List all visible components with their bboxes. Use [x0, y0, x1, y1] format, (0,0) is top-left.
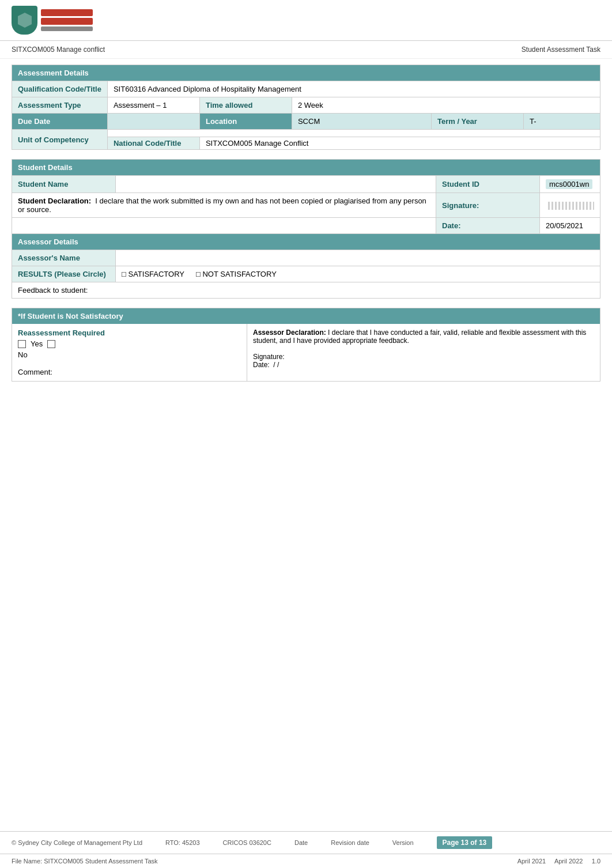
not-sat-header: *If Student is Not Satisfactory — [12, 308, 600, 324]
feedback-label: Feedback to student: — [12, 282, 600, 299]
term-year-value: T- — [524, 114, 600, 130]
time-allowed-label: Time allowed — [199, 97, 292, 114]
footer-cricos: CRICOS 03620C — [223, 839, 271, 846]
qualification-value: SIT60316 Advanced Diploma of Hospitality… — [107, 81, 600, 97]
file-name: File Name: SITXCOM005 Student Assessment… — [12, 858, 158, 865]
logo-shield-icon — [12, 6, 37, 35]
student-table: Student Details Student Name Student ID … — [12, 159, 600, 299]
not-sat-body: Reassessment Required Yes No Comment: As… — [12, 324, 600, 381]
date-value: 20/05/2021 — [540, 218, 600, 234]
footer-version-col: Version — [392, 839, 414, 846]
time-allowed-value: 2 Week — [292, 97, 600, 114]
national-code-value: SITXCOM005 Manage Conflict — [199, 137, 600, 150]
location-value: SCCM — [292, 114, 431, 130]
due-date-value — [107, 114, 199, 130]
nav-bar: SITXCOM005 Manage conflict Student Asses… — [0, 41, 612, 59]
student-id-value: mcs0001wn — [540, 176, 600, 193]
footer-date-col: Date — [294, 839, 308, 846]
logo-bar2 — [41, 18, 93, 25]
signature-value — [540, 193, 600, 218]
header — [0, 0, 612, 41]
assessment-type-value: Assessment – 1 — [107, 97, 199, 114]
svg-marker-0 — [18, 13, 32, 28]
signature-label: Signature: — [436, 193, 540, 218]
student-declaration-text: Student Declaration: I declare that the … — [12, 193, 436, 218]
footer-version-value: 1.0 — [592, 858, 600, 865]
qualification-label: Qualification Code/Title — [12, 81, 108, 97]
reassessment-label: Reassessment Required — [18, 329, 241, 337]
not-satisfactory-section: *If Student is Not Satisfactory Reassess… — [12, 308, 600, 382]
assessor-date-value: / / — [273, 361, 279, 369]
rto-value: 45203 — [182, 839, 200, 846]
footer-rto: RTO: 45203 — [165, 839, 200, 846]
logo-text-block — [41, 9, 93, 31]
cricos-value: 03620C — [249, 839, 271, 846]
results-row: □ SATISFACTORY □ NOT SATISFACTORY — [122, 270, 594, 278]
student-details-section: Student Details Student Name Student ID … — [12, 159, 600, 299]
unit-empty — [107, 130, 600, 137]
footer-copyright: © Sydney City College of Management Pty … — [12, 839, 142, 846]
logo-area — [12, 6, 93, 35]
nav-right: Student Assessment Task — [522, 46, 600, 54]
assessor-section-header: Assessor Details — [12, 234, 600, 250]
results-value: □ SATISFACTORY □ NOT SATISFACTORY — [116, 266, 600, 282]
assessor-declaration-title: Assessor Declaration: — [253, 329, 326, 337]
yes-checkbox[interactable] — [18, 340, 26, 348]
nav-left: SITXCOM005 Manage conflict — [12, 46, 105, 54]
assessment-type-label: Assessment Type — [12, 97, 108, 114]
yes-row: Yes — [18, 339, 241, 348]
student-section-header: Student Details — [12, 160, 600, 176]
footer-date-value: April 2021 — [517, 858, 546, 865]
student-name-value — [116, 176, 436, 193]
main-content: Assessment Details Qualification Code/Ti… — [0, 59, 612, 397]
assessor-name-value — [116, 250, 600, 266]
student-id-label: Student ID — [436, 176, 540, 193]
assessment-section-header: Assessment Details — [12, 65, 600, 81]
not-sat-left: Reassessment Required Yes No Comment: — [12, 324, 247, 381]
yes-label: Yes — [31, 339, 43, 348]
declaration-continuation — [12, 218, 436, 234]
comment-label: Comment: — [18, 368, 241, 376]
cricos-label: CRICOS — [223, 839, 248, 846]
assessor-signature-label: Signature: — [253, 353, 594, 361]
footer-dates: April 2021 April 2022 1.0 — [517, 858, 600, 865]
due-date-label: Due Date — [12, 114, 108, 130]
logo-bar1 — [41, 9, 93, 16]
not-satisfactory-option[interactable]: □ NOT SATISFACTORY — [196, 270, 277, 278]
footer-bottom: File Name: SITXCOM005 Student Assessment… — [0, 854, 612, 868]
date-label: Date: — [436, 218, 540, 234]
signature-image — [548, 202, 594, 210]
assessor-date-label: Date: — [253, 361, 270, 369]
footer-revision-col: Revision date — [331, 839, 369, 846]
not-sat-right: Assessor Declaration: I declare that I h… — [247, 324, 600, 381]
no-label: No — [18, 350, 241, 359]
declaration-label: Student Declaration: — [18, 197, 91, 205]
footer-revision-value: April 2022 — [554, 858, 583, 865]
page-badge: Page 13 of 13 — [437, 836, 493, 849]
location-label: Location — [199, 114, 292, 130]
national-code-label: National Code/Title — [107, 137, 199, 150]
student-id-badge: mcs0001wn — [546, 179, 592, 189]
student-name-label: Student Name — [12, 176, 116, 193]
assessor-name-label: Assessor's Name — [12, 250, 116, 266]
assessor-date-row: Date: / / — [253, 361, 594, 369]
assessment-details-table: Assessment Details Qualification Code/Ti… — [12, 65, 600, 150]
logo-bar3 — [41, 27, 93, 31]
footer: © Sydney City College of Management Pty … — [0, 831, 612, 868]
satisfactory-option[interactable]: □ SATISFACTORY — [122, 270, 184, 278]
term-year-label: Term / Year — [432, 114, 524, 130]
footer-top: © Sydney City College of Management Pty … — [0, 832, 612, 854]
unit-label: Unit of Competency — [12, 130, 108, 150]
results-label: RESULTS (Please Circle) — [12, 266, 116, 282]
rto-label: RTO: — [165, 839, 180, 846]
no-checkbox[interactable] — [47, 340, 55, 348]
